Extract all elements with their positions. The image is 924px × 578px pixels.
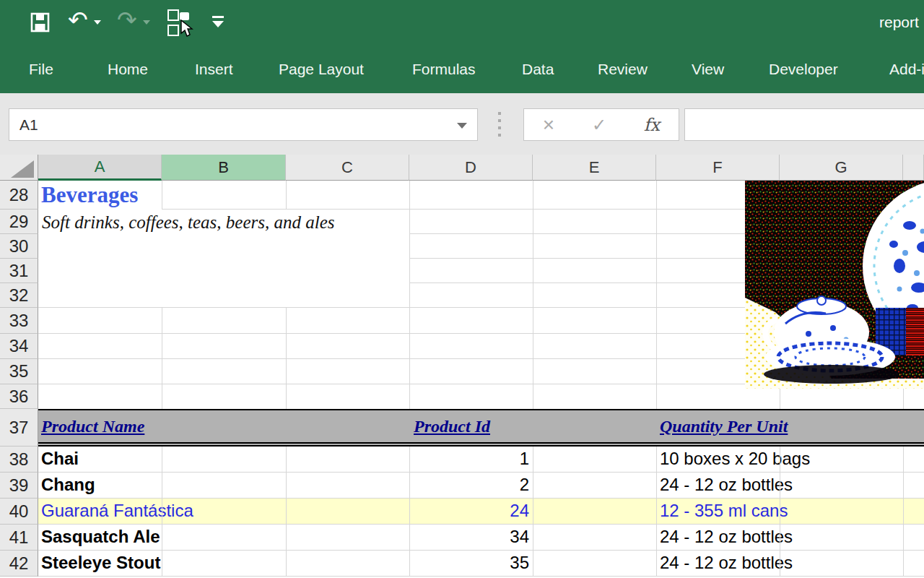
- tab-view[interactable]: View: [692, 45, 724, 93]
- column-header-f[interactable]: F: [656, 155, 780, 181]
- tab-insert[interactable]: Insert: [195, 45, 233, 93]
- header-quantity-per-unit[interactable]: Quantity Per Unit: [660, 410, 788, 442]
- formula-bar-grip[interactable]: [498, 112, 501, 137]
- cell-quantity[interactable]: 24 - 12 oz bottles: [660, 525, 793, 549]
- cell-beverages-title[interactable]: Beverages: [41, 182, 138, 208]
- table-row[interactable]: Sasquatch Ale 34 24 - 12 oz bottles: [38, 525, 924, 551]
- header-product-name[interactable]: Product Name: [41, 410, 144, 442]
- column-header-partial[interactable]: [903, 155, 924, 181]
- insert-function-icon[interactable]: fx: [644, 116, 660, 134]
- row-header-33[interactable]: 33: [0, 308, 38, 334]
- gridline: [656, 447, 657, 577]
- gridline: [656, 181, 657, 409]
- row-header-40[interactable]: 40: [0, 499, 38, 525]
- tab-file[interactable]: File: [29, 45, 53, 93]
- row-header-41[interactable]: 41: [0, 525, 38, 551]
- product-image-teacup[interactable]: [745, 181, 924, 389]
- formula-buttons: × ✓ fx: [523, 108, 679, 141]
- redo-icon[interactable]: ↷: [117, 6, 137, 34]
- row-header-29[interactable]: 29: [0, 210, 38, 234]
- row-header-34[interactable]: 34: [0, 334, 38, 359]
- cell-product-id[interactable]: 1: [520, 447, 529, 471]
- row-header-28[interactable]: 28: [0, 181, 38, 210]
- name-box[interactable]: A1: [9, 108, 478, 141]
- table-row[interactable]: Steeleye Stout 35 24 - 12 oz bottles: [38, 551, 924, 577]
- row-header-42[interactable]: 42: [0, 551, 38, 577]
- gridline: [162, 447, 162, 577]
- column-header-d[interactable]: D: [409, 155, 533, 181]
- cell-product-name[interactable]: Guaraná Fantástica: [41, 499, 193, 523]
- tab-formulas[interactable]: Formulas: [412, 45, 476, 93]
- table-row[interactable]: Chang 2 24 - 12 oz bottles: [38, 473, 924, 499]
- gridline: [533, 447, 533, 577]
- name-box-dropdown-icon[interactable]: [457, 123, 467, 129]
- tab-data[interactable]: Data: [522, 45, 554, 93]
- enter-icon[interactable]: ✓: [592, 116, 606, 134]
- select-all-triangle-icon: [11, 160, 34, 178]
- formula-strip: A1 × ✓ fx: [0, 93, 924, 155]
- table-header-band: Product Name Product Id Quantity Per Uni…: [38, 409, 924, 447]
- tab-developer[interactable]: Developer: [769, 45, 838, 93]
- save-icon[interactable]: [30, 12, 50, 35]
- tab-review[interactable]: Review: [598, 45, 648, 93]
- row-header-30[interactable]: 30: [0, 234, 38, 259]
- cell-product-id[interactable]: 35: [510, 551, 529, 575]
- gridline: [533, 181, 533, 409]
- excel-window: ↶ ↷ report File Home Insert Page Layout …: [0, 0, 924, 578]
- cell-quantity[interactable]: 12 - 355 ml cans: [660, 499, 788, 523]
- cell-product-id[interactable]: 2: [520, 473, 529, 497]
- document-title: report: [879, 0, 919, 45]
- table-row[interactable]: Chai 1 10 boxes x 20 bags: [38, 447, 924, 473]
- row-header-38[interactable]: 38: [0, 447, 38, 473]
- column-header-g[interactable]: G: [780, 155, 903, 181]
- formula-input[interactable]: [684, 108, 924, 141]
- row-header-32[interactable]: 32: [0, 283, 38, 308]
- gridline: [409, 181, 410, 409]
- column-header-a[interactable]: A: [38, 155, 162, 181]
- ribbon-tab-bar: File Home Insert Page Layout Formulas Da…: [0, 45, 924, 93]
- name-box-value: A1: [19, 116, 38, 134]
- cell-quantity[interactable]: 10 boxes x 20 bags: [660, 447, 810, 471]
- gridline: [409, 447, 410, 577]
- table-row-highlighted[interactable]: Guaraná Fantástica 24 12 - 355 ml cans: [38, 499, 924, 525]
- row-header-37[interactable]: 37: [0, 409, 38, 447]
- cell-quantity[interactable]: 24 - 12 oz bottles: [660, 551, 793, 575]
- undo-icon[interactable]: ↶: [68, 6, 88, 34]
- select-all-corner[interactable]: [0, 155, 38, 181]
- cell-quantity[interactable]: 24 - 12 oz bottles: [660, 473, 793, 497]
- cell-product-name[interactable]: Chang: [41, 473, 95, 497]
- header-product-id[interactable]: Product Id: [414, 410, 490, 442]
- row-header-35[interactable]: 35: [0, 359, 38, 384]
- gridline: [903, 447, 904, 577]
- cell-product-id[interactable]: 24: [510, 499, 529, 523]
- row-header-36[interactable]: 36: [0, 384, 38, 409]
- column-header-e[interactable]: E: [533, 155, 656, 181]
- cell-product-name[interactable]: Chai: [41, 447, 79, 471]
- column-header-c[interactable]: C: [286, 155, 409, 181]
- row-header-39[interactable]: 39: [0, 473, 38, 499]
- redo-dropdown-icon[interactable]: [143, 20, 150, 25]
- gridline: [780, 447, 780, 577]
- mouse-cursor-icon: [180, 20, 194, 41]
- cell-product-name[interactable]: Steeleye Stout: [41, 551, 160, 575]
- column-header-b[interactable]: B: [162, 155, 286, 181]
- title-bar: ↶ ↷ report: [0, 0, 924, 45]
- tab-add-ins[interactable]: Add-ins: [889, 45, 924, 93]
- gridline: [286, 447, 287, 577]
- undo-dropdown-icon[interactable]: [94, 20, 101, 25]
- cell-product-id[interactable]: 34: [510, 525, 529, 549]
- cancel-icon[interactable]: ×: [543, 115, 554, 135]
- cell-beverages-subtitle[interactable]: Soft drinks, coffees, teas, beers, and a…: [42, 212, 335, 233]
- row-header-31[interactable]: 31: [0, 259, 38, 283]
- tab-page-layout[interactable]: Page Layout: [279, 45, 364, 93]
- cell-product-name[interactable]: Sasquatch Ale: [41, 525, 160, 549]
- tab-home[interactable]: Home: [108, 45, 148, 93]
